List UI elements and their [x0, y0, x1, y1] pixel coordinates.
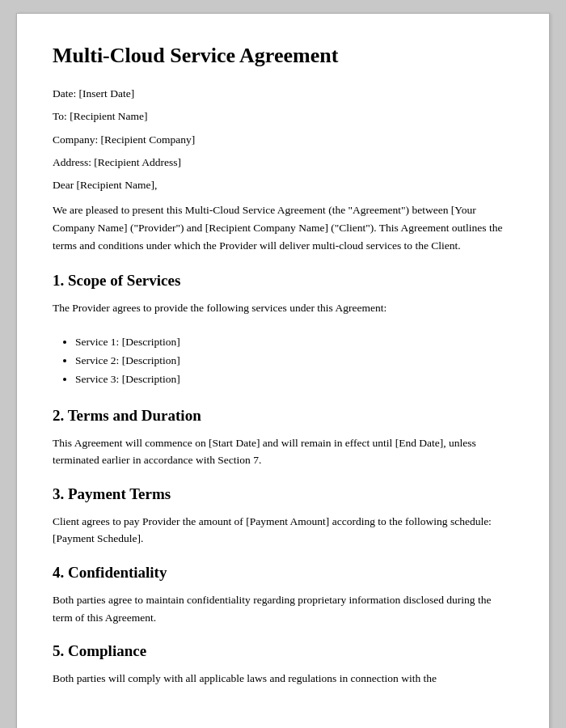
- section-4: 4. Confidentiality Both parties agree to…: [53, 564, 513, 626]
- section-2: 2. Terms and Duration This Agreement wil…: [53, 407, 513, 469]
- intro-paragraph: We are pleased to present this Multi-Clo…: [53, 201, 513, 254]
- section-1: 1. Scope of Services The Provider agrees…: [53, 272, 513, 388]
- document-container: Multi-Cloud Service Agreement Date: [Ins…: [16, 13, 550, 728]
- section-4-body: Both parties agree to maintain confident…: [53, 591, 513, 626]
- section-5-heading: 5. Compliance: [53, 642, 513, 660]
- list-item: Service 1: [Description]: [75, 333, 513, 352]
- meta-company: Company: [Recipient Company]: [53, 132, 513, 148]
- section-3-body: Client agrees to pay Provider the amount…: [53, 513, 513, 548]
- section-1-body: The Provider agrees to provide the follo…: [53, 299, 513, 317]
- section-3: 3. Payment Terms Client agrees to pay Pr…: [53, 485, 513, 548]
- document-title: Multi-Cloud Service Agreement: [53, 43, 513, 68]
- section-5-body: Both parties will comply with all applic…: [53, 670, 513, 688]
- section-1-heading: 1. Scope of Services: [53, 272, 513, 290]
- section-5: 5. Compliance Both parties will comply w…: [53, 642, 513, 688]
- meta-address: Address: [Recipient Address]: [53, 154, 513, 171]
- section-2-body: This Agreement will commence on [Start D…: [53, 434, 513, 469]
- meta-to: To: [Recipient Name]: [53, 108, 513, 125]
- meta-dear: Dear [Recipient Name],: [53, 177, 513, 193]
- section-3-heading: 3. Payment Terms: [53, 485, 513, 503]
- meta-date: Date: [Insert Date]: [53, 86, 513, 102]
- list-item: Service 3: [Description]: [75, 370, 513, 389]
- section-4-heading: 4. Confidentiality: [53, 564, 513, 582]
- list-item: Service 2: [Description]: [75, 352, 513, 370]
- section-1-list: Service 1: [Description] Service 2: [Des…: [75, 333, 513, 389]
- section-2-heading: 2. Terms and Duration: [53, 407, 513, 425]
